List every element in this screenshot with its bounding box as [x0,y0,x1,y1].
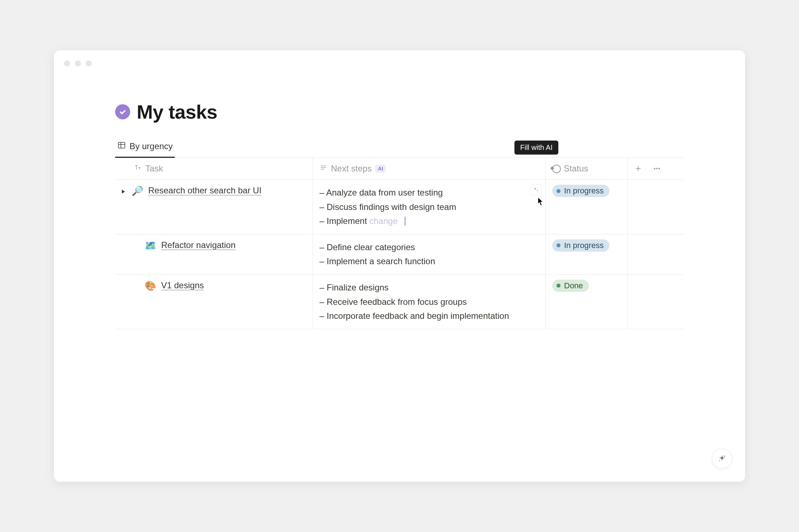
next-step-typing-line: – Implement change [319,214,539,228]
ai-badge: AI [375,165,386,173]
table-view-icon [117,141,126,152]
expand-toggle-icon[interactable] [119,187,128,196]
next-step-line: – Analyze data from user testing [319,185,539,200]
task-emoji-icon: 🎨 [145,280,156,292]
status-dot-icon [557,243,560,247]
table-row[interactable]: 🗺️Refactor navigation– Define clear cate… [115,234,684,275]
ai-assistant-fab[interactable] [712,449,732,469]
tab-by-urgency[interactable]: By urgency [115,137,175,158]
table-header-row: Task Next steps AI Fill with AI Status [115,158,684,180]
status-cell[interactable]: Done [546,275,628,329]
svg-point-9 [656,168,658,169]
svg-point-10 [659,168,660,169]
next-step-line: – Define clear categories [319,240,539,254]
column-next-steps-label: Next steps [331,164,372,174]
status-property-icon [552,165,560,173]
svg-point-12 [724,456,725,457]
task-cell[interactable]: 🗺️Refactor navigation [115,234,313,274]
status-label: In progress [564,241,604,250]
task-title-link[interactable]: V1 designs [161,280,204,290]
task-cell[interactable]: 🎨V1 designs [115,275,313,329]
status-dot-icon [557,189,560,193]
status-label: Done [564,281,583,290]
page-content: My tasks By urgency Task [54,50,745,329]
view-tabs: By urgency [115,137,684,158]
task-emoji-icon: 🗺️ [145,240,156,251]
next-step-line: – Discuss findings with design team [319,200,539,214]
next-steps-cell[interactable]: – Define clear categories– Implement a s… [313,234,546,274]
status-badge[interactable]: In progress [552,239,609,252]
status-cell[interactable]: In progress [546,234,628,274]
status-dot-icon [557,284,560,288]
text-property-icon [134,164,142,174]
status-badge[interactable]: In progress [552,185,609,197]
column-header-status[interactable]: Status [546,158,628,179]
svg-point-13 [719,460,720,461]
status-cell[interactable]: In progress [546,180,628,234]
page-header: My tasks [115,101,684,123]
table-row[interactable]: 🎨V1 designs– Finalize designs– Receive f… [115,275,684,329]
text-caret-icon [405,217,405,225]
next-steps-cell[interactable]: – Analyze data from user testing– Discus… [313,180,546,234]
text-lines-icon [319,164,327,174]
tab-label: By urgency [130,141,173,151]
add-column-button[interactable] [634,165,642,173]
close-window-button[interactable] [64,60,70,66]
column-status-label: Status [564,164,588,174]
task-emoji-icon: 🔎 [132,185,143,197]
page-check-icon [115,104,130,119]
tasks-table: Task Next steps AI Fill with AI Status [115,158,684,329]
fill-with-ai-button[interactable] [530,184,542,196]
task-title-link[interactable]: Research other search bar UI [148,185,262,196]
column-header-actions [628,158,684,179]
table-row[interactable]: 🔎Research other search bar UI– Analyze d… [115,180,684,234]
app-window: My tasks By urgency Task [54,50,745,482]
svg-point-8 [654,168,655,169]
next-step-line: – Incorporate feedback and begin impleme… [319,309,539,323]
maximize-window-button[interactable] [86,60,92,66]
more-columns-button[interactable] [653,165,661,173]
svg-rect-0 [118,142,125,148]
minimize-window-button[interactable] [75,60,81,66]
column-header-task[interactable]: Task [115,158,313,179]
fill-with-ai-tooltip: Fill with AI [514,141,558,155]
task-cell[interactable]: 🔎Research other search bar UI [115,180,313,234]
next-step-line: – Finalize designs [319,280,539,295]
next-step-line: – Receive feedback from focus groups [319,295,539,309]
status-badge[interactable]: Done [552,280,589,292]
column-task-label: Task [145,164,163,174]
status-label: In progress [564,186,604,196]
window-controls [64,60,92,66]
next-steps-cell[interactable]: – Finalize designs– Receive feedback fro… [313,275,546,329]
column-header-next-steps[interactable]: Next steps AI Fill with AI [313,158,546,179]
svg-marker-11 [122,189,125,193]
task-title-link[interactable]: Refactor navigation [161,240,236,250]
page-title: My tasks [137,101,217,123]
next-step-line: – Implement a search function [319,254,539,269]
